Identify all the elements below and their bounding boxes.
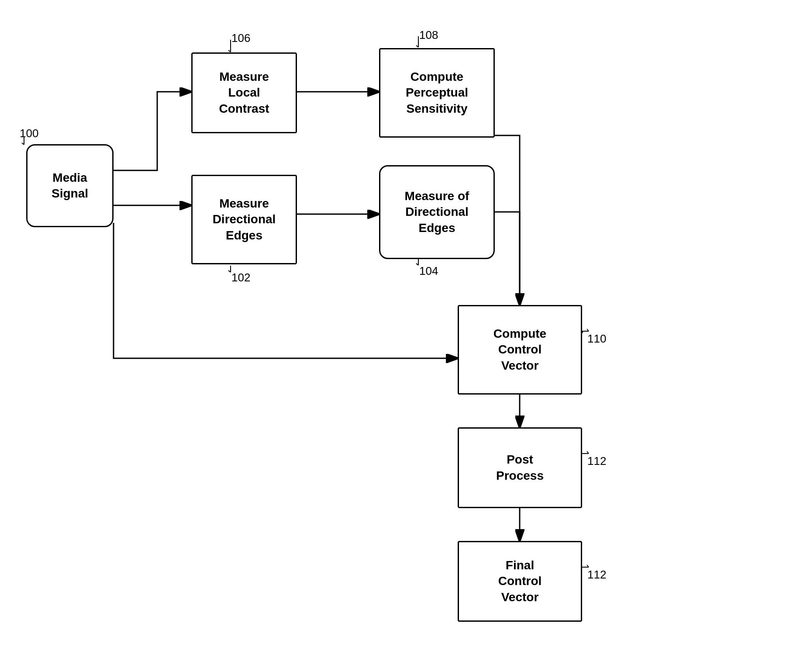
final-control-vector-box: FinalControlVector: [458, 541, 582, 622]
measure-directional-edges-label: MeasureDirectionalEdges: [213, 196, 276, 243]
measure-directional-edges-box: MeasureDirectionalEdges: [191, 175, 297, 264]
final-control-vector-label: FinalControlVector: [498, 558, 542, 605]
measure-of-directional-edges-label: Measure ofDirectionalEdges: [405, 188, 469, 236]
compute-control-vector-label: ComputeControlVector: [493, 326, 546, 374]
compute-control-vector-box: ComputeControlVector: [458, 305, 582, 395]
measure-local-contrast-label: MeasureLocalContrast: [219, 69, 269, 117]
measure-local-contrast-box: MeasureLocalContrast: [191, 52, 297, 133]
compute-perceptual-sensitivity-box: ComputePerceptualSensitivity: [379, 48, 495, 138]
post-process-label: PostProcess: [496, 452, 544, 484]
post-process-box: PostProcess: [458, 427, 582, 508]
media-signal-box: MediaSignal: [26, 144, 114, 227]
diagram: MediaSignal 100 MeasureLocalContrast 106…: [0, 0, 790, 672]
media-signal-label: MediaSignal: [52, 170, 88, 202]
measure-of-directional-edges-box: Measure ofDirectionalEdges: [379, 165, 495, 259]
compute-perceptual-sensitivity-label: ComputePerceptualSensitivity: [406, 69, 468, 117]
